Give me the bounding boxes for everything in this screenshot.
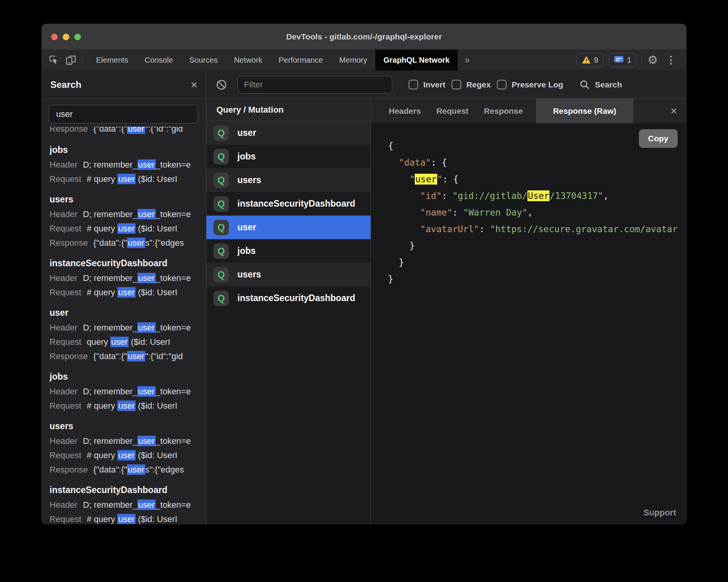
- tab-sources[interactable]: Sources: [181, 50, 226, 70]
- line-text: D; remember_: [83, 160, 137, 169]
- warnings-badge[interactable]: 9: [577, 53, 603, 67]
- line-label: Header: [50, 273, 77, 283]
- json-token: ": [409, 174, 415, 184]
- line-text: {"data":{": [93, 238, 127, 248]
- query-row-jobs[interactable]: Qjobs: [206, 239, 371, 263]
- match-highlight: user: [127, 351, 145, 361]
- line-label: Response: [50, 127, 88, 134]
- json-token: }: [388, 241, 415, 251]
- checkbox-invert[interactable]: Invert: [409, 80, 445, 89]
- details-tab-response[interactable]: Response: [476, 99, 531, 123]
- query-row-user[interactable]: Quser: [206, 121, 371, 145]
- tab-console[interactable]: Console: [136, 50, 181, 70]
- tab-graphql-network[interactable]: GraphQL Network: [375, 50, 458, 70]
- details-close-wrap: ×: [671, 99, 686, 123]
- network-filter-toolbar: InvertRegexPreserve Log Search: [206, 71, 686, 99]
- line-text: ($id: UserI: [129, 337, 170, 347]
- line-text: D; remember_: [83, 209, 137, 219]
- response-raw-body: Copy { "data": { "user": { "id": "gid://…: [371, 123, 686, 524]
- query-row-label: users: [237, 269, 261, 280]
- search-result-entry[interactable]: usersHeaderD; remember_user_token=eReque…: [50, 418, 204, 477]
- clipped-search-result: Response{"data":{"user":{"id":"gid: [50, 127, 204, 137]
- match-highlight: user: [117, 450, 136, 460]
- search-result-entry[interactable]: jobsHeaderD; remember_user_token=eReques…: [50, 369, 204, 413]
- search-result-entry[interactable]: jobsHeaderD; remember_user_token=eReques…: [50, 142, 204, 186]
- tab-elements[interactable]: Elements: [88, 50, 136, 70]
- match-highlight: user: [117, 174, 136, 184]
- query-row-user[interactable]: Quser: [206, 216, 371, 239]
- invert-checkbox[interactable]: [409, 80, 418, 89]
- device-toolbar-icon[interactable]: [65, 54, 77, 66]
- more-tabs-chevron[interactable]: »: [458, 50, 477, 70]
- toolbar-search[interactable]: Search: [579, 79, 622, 90]
- tab-performance[interactable]: Performance: [271, 50, 331, 70]
- json-token: "avatarUrl": [420, 224, 479, 234]
- raw-json-viewer: { "data": { "user": { "id": "gid://gitla…: [388, 138, 686, 288]
- search-result-line: Request# query user ($id: UserI: [50, 448, 204, 462]
- messages-count: 1: [627, 56, 631, 65]
- support-link[interactable]: Support: [644, 508, 676, 518]
- details-tab-response-raw[interactable]: Response (Raw): [536, 99, 633, 123]
- details-tab-request[interactable]: Request: [429, 99, 476, 123]
- search-result-line: HeaderD; remember_user_token=e: [50, 434, 204, 448]
- line-label: Response: [50, 465, 88, 474]
- query-row-users[interactable]: Qusers: [206, 168, 371, 192]
- search-close-icon[interactable]: ×: [191, 79, 197, 91]
- inspect-element-icon[interactable]: [48, 54, 60, 66]
- line-text: _token=e: [156, 160, 191, 169]
- json-line: }: [388, 254, 686, 271]
- tab-memory[interactable]: Memory: [331, 50, 375, 70]
- clear-block-icon[interactable]: [216, 79, 227, 91]
- query-type-badge: Q: [213, 125, 229, 141]
- line-text: ($id: UserI: [136, 174, 177, 184]
- query-row-label: jobs: [237, 151, 256, 162]
- match-highlight: user: [127, 464, 145, 475]
- json-line: {: [388, 138, 686, 154]
- query-type-badge: Q: [213, 243, 229, 259]
- match-highlight: user: [137, 209, 156, 219]
- search-result-entry[interactable]: instanceSecurityDashboardHeaderD; rememb…: [50, 255, 204, 300]
- line-text: D; remember_: [83, 436, 137, 446]
- match-highlight: user: [117, 287, 136, 298]
- query-row-label: user: [237, 222, 256, 233]
- line-text: ($id: UserI: [136, 450, 177, 460]
- filter-input[interactable]: [237, 76, 392, 94]
- kebab-menu-icon[interactable]: ⋮: [663, 55, 678, 65]
- query-row-instancesecuritydashboard[interactable]: QinstanceSecurityDashboard: [206, 286, 371, 310]
- search-result-entry[interactable]: instanceSecurityDashboardHeaderD; rememb…: [50, 482, 204, 524]
- details-tab-headers[interactable]: Headers: [381, 99, 429, 123]
- messages-badge[interactable]: 1: [609, 53, 636, 67]
- regex-checkbox[interactable]: [452, 80, 461, 89]
- details-close-icon[interactable]: ×: [671, 105, 677, 117]
- query-row-users[interactable]: Qusers: [206, 263, 371, 286]
- settings-gear-icon[interactable]: ⚙: [647, 54, 658, 66]
- search-input[interactable]: [49, 105, 198, 123]
- query-row-label: instanceSecurityDashboard: [237, 199, 355, 209]
- json-token: /13704317": [549, 191, 603, 201]
- search-result-entry[interactable]: usersHeaderD; remember_user_token=eReque…: [50, 192, 204, 250]
- checkbox-preserve-log[interactable]: Preserve Log: [497, 80, 563, 89]
- toolbar-search-label: Search: [595, 80, 622, 89]
- line-text: # query: [87, 514, 118, 524]
- json-token: "Warren Day": [463, 207, 527, 217]
- tab-network[interactable]: Network: [226, 50, 270, 70]
- line-label: Header: [50, 436, 77, 446]
- match-highlight: user: [137, 500, 156, 510]
- line-label: Request: [50, 288, 81, 297]
- query-row-jobs[interactable]: Qjobs: [206, 145, 371, 168]
- line-text: ($id: UserI: [136, 288, 177, 297]
- query-row-label: instanceSecurityDashboard: [237, 293, 355, 303]
- line-text: {"data":{": [93, 351, 127, 361]
- line-label: Header: [50, 323, 77, 332]
- query-row-label: user: [237, 128, 256, 138]
- query-row-instancesecuritydashboard[interactable]: QinstanceSecurityDashboard: [206, 192, 371, 216]
- search-result-entry[interactable]: userHeaderD; remember_user_token=eReques…: [50, 305, 204, 363]
- json-token: }: [388, 274, 393, 284]
- line-text: # query: [87, 224, 118, 233]
- entry-title: users: [50, 192, 204, 207]
- invert-label: Invert: [423, 80, 445, 89]
- preserve-log-checkbox[interactable]: [497, 80, 507, 89]
- line-text: ($id: UserI: [136, 224, 177, 233]
- checkbox-regex[interactable]: Regex: [452, 80, 491, 89]
- regex-label: Regex: [466, 80, 491, 89]
